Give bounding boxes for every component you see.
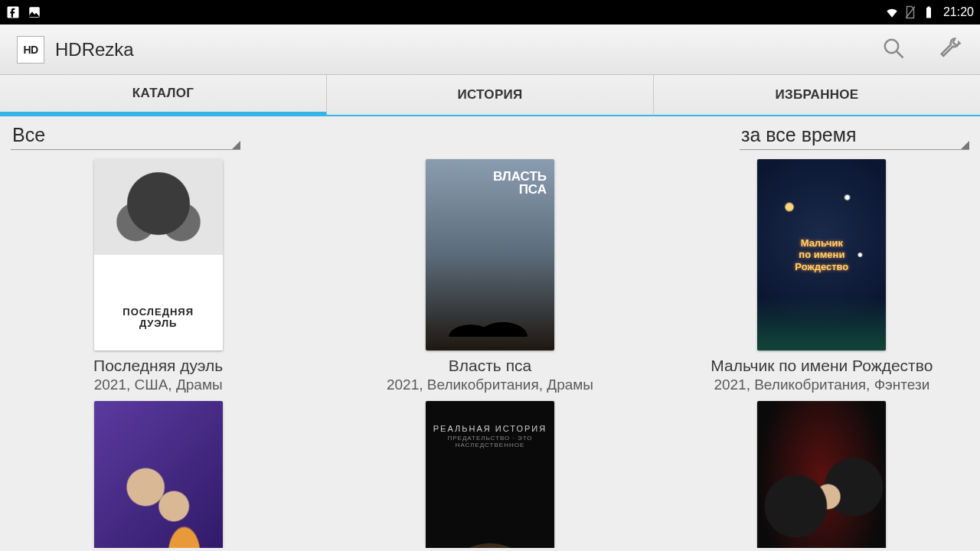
movie-card[interactable]: РЕАЛЬНАЯ ИСТОРИЯ ПРЕДАТЕЛЬСТВО · ЭТО НАС…	[332, 401, 648, 548]
android-status-bar: 21:20	[0, 0, 980, 24]
movie-meta: 2021, Великобритания, Фэнтези	[714, 377, 929, 393]
filter-value: Все	[12, 124, 45, 145]
tab-history[interactable]: ИСТОРИЯ	[327, 75, 654, 116]
movie-grid: ПОСЛЕДНЯЯДУЭЛЬ Последняя дуэль 2021, США…	[0, 159, 980, 548]
movie-poster: РЕАЛЬНАЯ ИСТОРИЯ ПРЕДАТЕЛЬСТВО · ЭТО НАС…	[426, 401, 554, 548]
svg-point-5	[885, 39, 899, 53]
tab-label: ИСТОРИЯ	[457, 87, 522, 103]
movie-poster	[94, 401, 223, 548]
filter-row: Все за все время	[0, 116, 980, 155]
svg-rect-4	[927, 7, 929, 8]
tab-bar: КАТАЛОГ ИСТОРИЯ ИЗБРАННОЕ	[0, 75, 980, 116]
app-title: HDRezka	[55, 39, 134, 60]
movie-title: Мальчик по имени Рождество	[710, 357, 933, 375]
status-time: 21:20	[943, 5, 974, 19]
movie-card[interactable]: ВЛАСТЬПСА Власть пса 2021, Великобритани…	[332, 159, 648, 393]
tab-catalog[interactable]: КАТАЛОГ	[0, 75, 327, 116]
filter-value: за все время	[741, 124, 856, 145]
movie-card[interactable]	[664, 401, 980, 548]
movie-poster: ВЛАСТЬПСА	[426, 159, 554, 350]
filter-category-spinner[interactable]: Все	[11, 124, 240, 150]
app-logo: HD	[17, 36, 44, 64]
settings-wrench-icon[interactable]	[939, 37, 962, 63]
movie-meta: 2021, США, Драмы	[94, 377, 223, 393]
wifi-icon	[885, 5, 899, 19]
movie-card[interactable]: ПОСЛЕДНЯЯДУЭЛЬ Последняя дуэль 2021, США…	[0, 159, 316, 393]
movie-poster: Мальчикпо имениРождество	[757, 159, 886, 350]
svg-line-6	[897, 51, 903, 57]
movie-title: Власть пса	[449, 357, 531, 375]
search-icon[interactable]	[882, 37, 905, 63]
movie-card[interactable]	[0, 401, 316, 548]
svg-rect-3	[926, 8, 931, 18]
movie-card[interactable]: Мальчикпо имениРождество Мальчик по имен…	[664, 159, 980, 393]
no-sim-icon	[903, 5, 917, 19]
gallery-icon	[28, 5, 41, 19]
movie-poster	[757, 401, 886, 548]
movie-poster: ПОСЛЕДНЯЯДУЭЛЬ	[94, 159, 223, 350]
tab-favorites[interactable]: ИЗБРАННОЕ	[654, 75, 980, 116]
battery-icon	[922, 5, 936, 19]
tab-label: ИЗБРАННОЕ	[775, 87, 858, 103]
tab-label: КАТАЛОГ	[132, 86, 194, 101]
facebook-icon	[6, 5, 20, 19]
app-bar: HD HDRezka	[0, 24, 980, 75]
content-scroll[interactable]: ПОСЛЕДНЯЯДУЭЛЬ Последняя дуэль 2021, США…	[0, 155, 980, 548]
movie-meta: 2021, Великобритания, Драмы	[387, 377, 593, 393]
movie-title: Последняя дуэль	[93, 357, 223, 375]
filter-period-spinner[interactable]: за все время	[740, 124, 969, 150]
